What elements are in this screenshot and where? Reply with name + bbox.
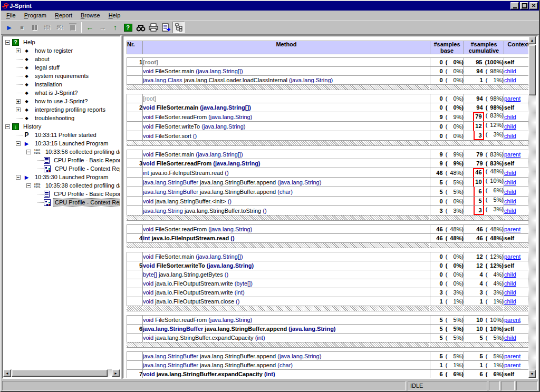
context-link[interactable]: child — [504, 298, 516, 305]
minimize-button[interactable] — [510, 2, 519, 9]
tree-item[interactable]: +◆interpreting profiling reports — [16, 105, 120, 114]
tree-item[interactable]: ◆what is J-Sprint? — [16, 89, 120, 97]
scroll-down-button[interactable]: ▼ — [528, 370, 536, 378]
table-row[interactable]: 2void FileSorter.main (java.lang.String[… — [127, 103, 529, 112]
forward-button[interactable]: → — [97, 22, 109, 33]
table-row[interactable]: 4int java.io.FileInputStream.read ()46 (… — [127, 234, 529, 243]
tree-item[interactable]: P10:33:11 Profiler started — [16, 131, 120, 139]
stop-button[interactable]: ■ — [16, 22, 28, 33]
context-link[interactable]: child — [504, 133, 516, 139]
collapse-icon[interactable]: − — [16, 141, 21, 146]
scroll-left-button[interactable]: ◄ — [3, 369, 11, 377]
tree-item[interactable]: −▶10:33:15 Launched Program — [16, 139, 120, 148]
table-row[interactable]: java.lang.StringBuffer java.lang.StringB… — [127, 187, 529, 197]
tree-item[interactable]: ◆about — [16, 55, 120, 63]
context-link[interactable]: child — [504, 271, 516, 278]
take-snapshot-button[interactable]: 1001 0101 — [41, 22, 53, 33]
table-row[interactable]: [root]0 (0%)94 (98%)parent — [127, 94, 529, 103]
tree-item[interactable]: ◆troubleshooting — [16, 114, 120, 122]
table-row[interactable]: 3void FileSorter.readFrom (java.lang.Str… — [127, 159, 529, 168]
context-link[interactable]: child — [504, 198, 516, 204]
table-row[interactable]: 7void java.lang.StringBuffer.expandCapac… — [127, 370, 529, 378]
context-link[interactable]: child — [504, 335, 516, 341]
table-row[interactable]: java.lang.String java.lang.StringBuffer.… — [127, 206, 529, 215]
context-link[interactable]: parent — [504, 353, 520, 359]
expand-icon[interactable]: + — [16, 107, 21, 112]
table-row[interactable]: java.lang.StringBuffer java.lang.StringB… — [127, 361, 529, 370]
back-button[interactable]: ← — [84, 22, 96, 33]
tree-item[interactable]: ◆installation — [16, 80, 120, 89]
tree-item[interactable]: −1001 010110:33:56 collected profiling d… — [26, 148, 120, 156]
scrollbar-thumb[interactable] — [528, 45, 536, 95]
collapse-icon[interactable]: − — [26, 150, 31, 154]
table-row[interactable]: void FileSorter.readFrom (java.lang.Stri… — [127, 316, 529, 325]
tree-item[interactable]: ◆system requirements — [16, 72, 120, 80]
context-link[interactable]: parent — [504, 95, 520, 102]
report-button[interactable] — [160, 22, 172, 33]
context-link[interactable]: child — [504, 123, 516, 130]
tree-item[interactable]: −▶10:35:30 Launched Program — [16, 173, 120, 181]
context-link[interactable]: child — [504, 280, 516, 287]
table-row[interactable]: void FileSorter.main (java.lang.String[]… — [127, 150, 529, 159]
expand-icon[interactable]: + — [16, 99, 21, 104]
tree-item[interactable]: +◆how to register — [16, 46, 120, 55]
menu-program[interactable]: Program — [20, 11, 51, 19]
help-button[interactable]: ? — [122, 22, 134, 33]
collapse-icon[interactable]: − — [5, 40, 10, 45]
context-link[interactable]: child — [504, 170, 516, 176]
context-link[interactable]: child — [504, 68, 516, 74]
table-row[interactable]: 1[root]0 (0%)95 (100%)self — [127, 58, 529, 67]
pause-button[interactable] — [28, 22, 41, 33]
context-link[interactable]: parent — [504, 362, 520, 368]
scroll-right-button[interactable]: ► — [112, 369, 120, 377]
menu-file[interactable]: File — [2, 11, 20, 19]
table-row[interactable]: 6java.lang.StringBuffer java.lang.String… — [127, 325, 529, 334]
context-link[interactable]: parent — [504, 151, 520, 158]
table-row[interactable]: void FileSorter.writeTo (java.lang.Strin… — [127, 122, 529, 131]
collapse-icon[interactable]: − — [5, 124, 10, 129]
tree-item[interactable]: −↓History — [5, 122, 120, 131]
tree-item[interactable]: −?Help — [5, 38, 120, 46]
tree-item[interactable]: CPU Profile - Basic Report — [37, 156, 120, 164]
delete-button[interactable] — [66, 22, 79, 33]
tree-view-button[interactable] — [172, 22, 185, 33]
find-button[interactable] — [134, 22, 147, 33]
tree-item[interactable]: CPU Profile - Basic Report — [37, 190, 120, 198]
context-link[interactable]: child — [504, 77, 516, 83]
context-link[interactable]: child — [504, 289, 516, 296]
tree-item[interactable]: ◆legal stuff — [16, 63, 120, 72]
table-row[interactable]: java.lang.Class java.lang.ClassLoader.lo… — [127, 76, 529, 85]
table-row[interactable]: 5void FileSorter.writeTo (java.lang.Stri… — [127, 261, 529, 270]
context-link[interactable]: child — [504, 114, 516, 120]
table-row[interactable]: int java.io.FileInputStream.read ()46 (4… — [127, 168, 529, 178]
tree-item[interactable]: −1001 010110:35:38 collected profiling d… — [26, 181, 120, 190]
table-row[interactable]: void FileSorter.sort ()0 (0%)3 (3%)child — [127, 131, 529, 141]
table-row[interactable]: void java.io.FileOutputStream.close ()1 … — [127, 297, 529, 306]
expand-icon[interactable]: + — [16, 48, 21, 53]
table-row[interactable]: void FileSorter.main (java.lang.String[]… — [127, 67, 529, 76]
context-link[interactable]: child — [504, 208, 516, 214]
up-button[interactable]: ↑ — [109, 22, 121, 33]
table-row[interactable]: void java.lang.StringBuffer.<init> ()0 (… — [127, 197, 529, 206]
collapse-icon[interactable]: − — [16, 175, 21, 180]
table-row[interactable]: void FileSorter.main (java.lang.String[]… — [127, 252, 529, 261]
restore-button[interactable] — [520, 2, 528, 9]
table-row[interactable]: void FileSorter.readFrom (java.lang.Stri… — [127, 225, 529, 234]
table-row[interactable]: void java.io.FileOutputStream.write (int… — [127, 288, 529, 297]
context-link[interactable]: child — [504, 189, 516, 195]
scrollbar-thumb[interactable] — [12, 369, 108, 377]
scroll-up-button[interactable]: ▲ — [528, 36, 536, 44]
table-row[interactable]: void FileSorter.readFrom (java.lang.Stri… — [127, 112, 529, 122]
menu-browse[interactable]: Browse — [76, 11, 104, 19]
close-button[interactable] — [529, 2, 538, 9]
menu-help[interactable]: Help — [104, 11, 125, 19]
context-link[interactable]: child — [504, 179, 516, 185]
table-row[interactable]: void java.lang.StringBuffer.expandCapaci… — [127, 334, 529, 342]
print-button[interactable] — [147, 22, 159, 33]
tree-item[interactable]: CPU Profile - Context Rep — [37, 198, 120, 207]
context-link[interactable]: parent — [504, 317, 520, 323]
context-link[interactable]: parent — [504, 253, 520, 260]
tree-item[interactable]: +◆how to use J-Sprint? — [16, 97, 120, 105]
collapse-icon[interactable]: − — [26, 183, 31, 188]
tree-item[interactable]: CPU Profile - Context Rep — [37, 164, 120, 173]
